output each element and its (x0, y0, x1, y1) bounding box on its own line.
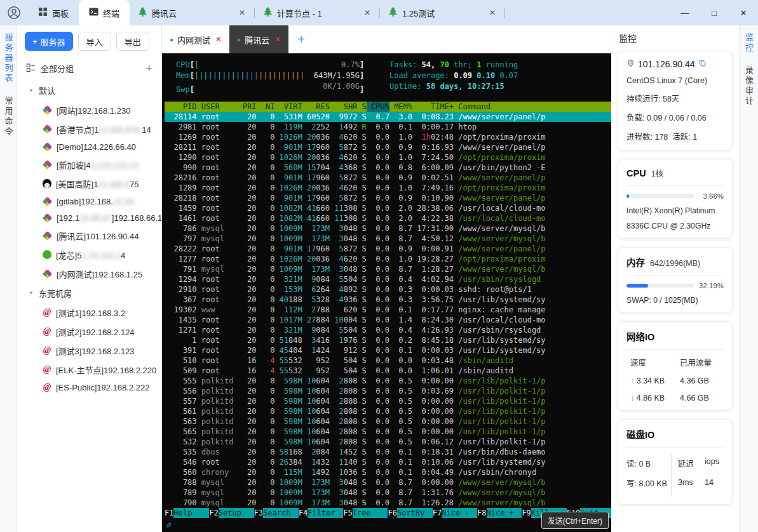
process-row[interactable]: 557polkitd200598M106042808S0.00.50:00.00… (165, 396, 611, 406)
user-avatar-icon[interactable] (0, 0, 28, 25)
fkey-f1[interactable]: F1Help (165, 508, 209, 518)
server-item[interactable]: @[测试1]192.168.3.2 (17, 303, 161, 322)
process-row[interactable]: 28218root200901M179605872S0.00.90:10.90/… (165, 193, 611, 203)
send-button[interactable]: 发送(Ctrl+Enter) (541, 512, 609, 529)
process-row[interactable]: 509root16-455532952504S0.00.01:06.01/sbi… (165, 366, 611, 376)
server-item[interactable]: @[ES-Public]192.168.2.222 (17, 379, 161, 396)
export-button[interactable]: 导出 (116, 32, 149, 51)
process-row[interactable]: 565polkitd200598M106042808S0.00.50:00.00… (165, 427, 611, 437)
process-row[interactable]: 367root2004018853284936S0.00.33:56.75/us… (165, 295, 611, 305)
column-header-s[interactable]: S (357, 102, 366, 112)
close-icon[interactable]: ✕ (239, 8, 245, 17)
process-row[interactable]: 1277root2001026M200364620S0.01.019:28.27… (165, 254, 611, 264)
process-row[interactable]: 28216root200901M179605872S0.00.90:02.51/… (165, 173, 611, 183)
server-item[interactable]: @[测试3]192.168.2.123 (17, 341, 161, 360)
process-row[interactable]: 19302www200112M2788620S0.00.10:17.77ngin… (165, 305, 611, 315)
process-row[interactable]: 1271root200321M90845504S0.00.44:26.93/us… (165, 325, 611, 335)
process-row[interactable]: 789mysql2001009M173M3048S0.08.71:31.76/w… (165, 488, 611, 498)
connection-tab[interactable]: 计算节点 - 1✕ (255, 0, 379, 25)
close-button[interactable]: ✕ (729, 0, 758, 25)
process-row[interactable]: 2910root200153M62644892S0.00.30:00.03ssh… (165, 284, 611, 295)
maximize-button[interactable]: □ (700, 0, 729, 25)
add-group-icon[interactable]: + (146, 63, 154, 74)
edit-icon[interactable]: ✎ (166, 519, 172, 531)
column-header-ni[interactable]: NI (256, 102, 274, 112)
connection-tab[interactable]: 腾讯云✕ (130, 0, 254, 25)
close-icon[interactable]: ✕ (489, 8, 496, 17)
rail-common-commands[interactable]: 常用命令 (3, 96, 15, 137)
server-item[interactable]: @[测试2]192.168.2.124 (17, 322, 161, 341)
process-row[interactable]: 561polkitd200598M106042808S0.00.50:00.00… (165, 406, 611, 416)
column-header-shr[interactable]: SHR (330, 102, 357, 112)
process-row[interactable]: 546root2002638414321140S0.00.10:10.06/us… (165, 457, 611, 467)
process-row[interactable]: 790mysql2001009M173M3048S0.08.71:26.28/w… (165, 498, 611, 508)
close-icon[interactable]: ✕ (215, 35, 222, 44)
column-header-pri[interactable]: PRI (243, 102, 257, 112)
tab-panel[interactable]: 面板 (28, 0, 79, 25)
process-row[interactable]: 556polkitd200598M106042808S0.00.50:03.69… (165, 386, 611, 396)
fkey-f6[interactable]: F6SortBy (388, 508, 432, 518)
server-item[interactable]: [龙芯]51.23.123.14 (17, 245, 161, 264)
server-item[interactable]: [新加坡]43.123.123.12 (17, 155, 161, 174)
column-header-time[interactable]: TIME+ (412, 102, 454, 112)
copy-icon[interactable] (698, 59, 707, 69)
fkey-f2[interactable]: F2Setup (209, 508, 254, 518)
process-row[interactable]: 791mysql2001009M173M3048S0.08.71:28.27/w… (165, 264, 611, 274)
process-row[interactable]: 788mysql2001009M173M3048S0.08.70:00.00/w… (165, 477, 611, 488)
server-item[interactable]: [腾讯云]101.126.90.44 (17, 226, 161, 245)
fkey-f4[interactable]: F4Filter (299, 508, 343, 518)
process-row[interactable]: 1290root2001026M200364620S0.01.07:24.50/… (165, 152, 611, 163)
process-row[interactable]: 28114root200531M605209972S0.73.00:08.23/… (165, 112, 611, 122)
fkey-f8[interactable]: F8Nice + (477, 508, 522, 518)
process-row[interactable]: 28211root200901M179605872S0.00.90:16.93/… (165, 142, 611, 152)
process-row[interactable]: 786mysql2001009M173M3048S0.08.717:31.90/… (165, 223, 611, 234)
column-header-pid[interactable]: PID (165, 102, 197, 112)
process-row[interactable]: 28222root200901M179605872S0.00.90:00.91/… (165, 244, 611, 254)
process-row[interactable]: 510root16-455532952504S0.00.00:03.48/sbi… (165, 356, 611, 366)
process-row[interactable]: 1269root2001026M200364620S0.01.01h02:48/… (165, 132, 611, 142)
tab-terminal[interactable]: 终端 (79, 0, 130, 25)
minimize-button[interactable]: — (670, 0, 700, 25)
process-row[interactable]: 560chrony200115M14921036S0.00.10:04.49/u… (165, 467, 611, 477)
process-table-header[interactable]: PIDUSERPRINIVIRTRESSHRSCPU%MEM%TIME+Comm… (165, 102, 611, 112)
process-row[interactable]: 1459root2001082M4166011308S0.02.028:38.0… (165, 203, 611, 213)
process-row[interactable]: 990root200560M157044368S0.00.86:00.09/us… (165, 163, 611, 173)
server-item[interactable]: [gitlab]192.168.12.34 (17, 193, 161, 209)
column-header-virt[interactable]: VIRT (274, 102, 302, 112)
new-tab-button[interactable]: + (288, 25, 314, 53)
column-header-res[interactable]: RES (302, 102, 330, 112)
fkey-f3[interactable]: F3Search (254, 508, 299, 518)
process-row[interactable]: 1435root2001017M2788410004S0.01.48:24.30… (165, 315, 611, 325)
rail-monitor[interactable]: 监控 (743, 33, 755, 53)
process-row[interactable]: 797mysql2001009M173M3048S0.08.74:50.12/w… (165, 234, 611, 244)
process-row[interactable]: 555polkitd200598M106042808S0.00.50:00.00… (165, 376, 611, 386)
column-header-user[interactable]: USER (197, 102, 243, 112)
server-item[interactable]: [内网测试]192.168.1.25 (17, 264, 161, 283)
server-item[interactable]: [网站]192.168.1.230 (17, 100, 161, 119)
process-row[interactable]: 532polkitd200598M106042808S0.00.50:06.12… (165, 437, 611, 447)
server-item[interactable]: @[ELK-主节点]192.168.2.220 (17, 360, 161, 379)
process-row[interactable]: 1461root2001082M4166011308S0.02.04:22.38… (165, 213, 611, 223)
server-group[interactable]: ▼默认 (17, 81, 161, 100)
process-row[interactable]: 1289root2001026M200364620S0.01.07:49.16/… (165, 183, 611, 193)
import-button[interactable]: 导入 (78, 32, 111, 51)
close-icon[interactable]: ✕ (364, 8, 370, 17)
process-row[interactable]: 1root2005184834161976S0.00.28:45.18/usr/… (165, 335, 611, 345)
process-row[interactable]: 391root200454041424912S0.00.10:00.03/usr… (165, 345, 611, 356)
server-item[interactable]: [Demo]124.226.66.40 (17, 138, 161, 155)
server-group[interactable]: ▼东莞机房 (17, 283, 161, 303)
terminal-tab[interactable]: ●内网测试✕ (162, 25, 229, 53)
process-row[interactable]: 563polkitd200598M106042808S0.00.50:00.00… (165, 416, 611, 427)
connection-tab[interactable]: 1.25测试✕ (380, 0, 504, 25)
rail-server-list[interactable]: 服务器列表 (3, 33, 15, 84)
fkey-f5[interactable]: F5Tree (343, 508, 388, 518)
rail-recording-audit[interactable]: 录像审计 (743, 66, 755, 107)
server-item[interactable]: [香港节点]112.345.678.14 (17, 119, 161, 138)
column-header-cmd[interactable]: Command (454, 102, 611, 112)
add-server-button[interactable]: + 服务器 (25, 32, 73, 51)
process-row[interactable]: 535dbus2005816820841452S0.00.10:18.31/us… (165, 447, 611, 457)
terminal-screen[interactable]: CPU[|0.7%]Mem[||||||||||||||||||||||||64… (162, 53, 611, 532)
process-row[interactable]: 1294root200321M90845504S0.00.44:02.94/us… (165, 274, 611, 284)
column-header-mem[interactable]: MEM% (389, 102, 412, 112)
server-item[interactable]: [192.123.45.67]192.168.66.1 (17, 209, 161, 226)
